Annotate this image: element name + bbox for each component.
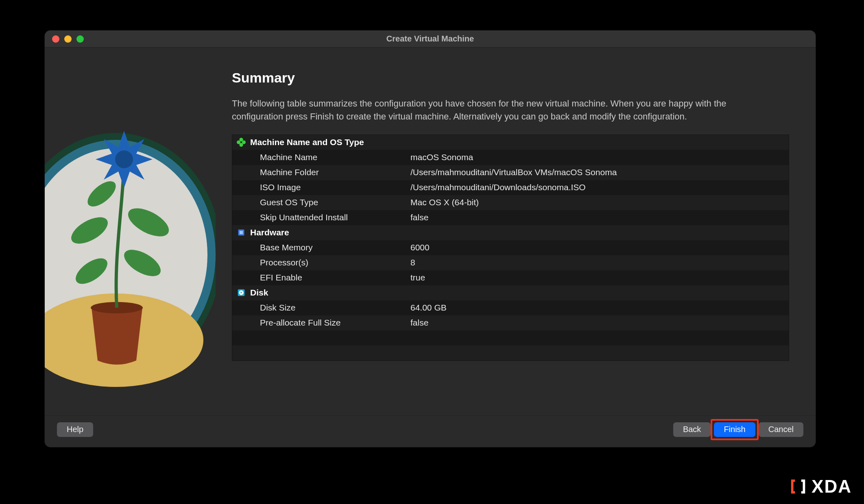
xda-watermark-text: XDA — [812, 476, 852, 497]
row-value: 8 — [410, 258, 789, 267]
xda-logo-icon — [789, 477, 807, 496]
row-label: EFI Enable — [250, 273, 410, 282]
table-row: Processor(s) 8 — [232, 255, 789, 270]
table-row: Machine Name macOS Sonoma — [232, 150, 789, 165]
section-disk: Disk — [232, 285, 789, 300]
row-label: Machine Folder — [250, 167, 410, 177]
window-title: Create Virtual Machine — [45, 34, 816, 43]
page-heading: Summary — [232, 70, 791, 86]
table-row: ISO Image /Users/mahmouditani/Downloads/… — [232, 180, 789, 195]
help-button[interactable]: Help — [57, 422, 93, 437]
close-icon[interactable] — [52, 35, 59, 43]
row-label: Base Memory — [250, 243, 410, 252]
minimize-icon[interactable] — [64, 35, 72, 43]
table-row: Disk Size 64.00 GB — [232, 300, 789, 315]
row-value: /Users/mahmouditani/Downloads/sonoma.ISO — [410, 182, 789, 192]
window-controls — [45, 35, 84, 43]
svg-point-15 — [242, 141, 246, 144]
row-value: true — [410, 273, 789, 282]
row-value: false — [410, 213, 789, 222]
table-row: Machine Folder /Users/mahmouditani/Virtu… — [232, 165, 789, 180]
disk-icon — [232, 289, 250, 297]
svg-point-11 — [115, 150, 133, 168]
row-label: Skip Unattended Install — [250, 213, 410, 222]
row-value: Mac OS X (64-bit) — [410, 198, 789, 207]
row-value: false — [410, 318, 789, 328]
row-value: macOS Sonoma — [410, 152, 789, 162]
summary-table: Machine Name and OS Type Machine Name ma… — [232, 135, 789, 361]
content-area: Summary The following table summarizes t… — [216, 48, 816, 415]
cancel-button[interactable]: Cancel — [759, 422, 803, 437]
row-value: 64.00 GB — [410, 303, 789, 313]
xda-watermark: XDA — [789, 476, 852, 497]
svg-rect-17 — [240, 231, 243, 234]
table-row: Base Memory 6000 — [232, 240, 789, 255]
row-label: Pre-allocate Full Size — [250, 318, 410, 328]
svg-point-20 — [240, 292, 242, 293]
section-machine: Machine Name and OS Type — [232, 135, 789, 150]
maximize-icon[interactable] — [76, 35, 84, 43]
sidebar-illustration — [45, 48, 216, 415]
table-row: Skip Unattended Install false — [232, 210, 789, 225]
dialog-footer: Help Back Finish Cancel — [45, 415, 816, 447]
table-row-empty — [232, 345, 789, 361]
page-description: The following table summarizes the confi… — [232, 97, 740, 123]
row-label: Processor(s) — [250, 258, 410, 267]
row-label: Machine Name — [250, 152, 410, 162]
dialog-window: Create Virtual Machine — [45, 30, 816, 447]
row-value: /Users/mahmouditani/VirtualBox VMs/macOS… — [410, 167, 789, 177]
section-label: Hardware — [250, 228, 401, 237]
finish-button[interactable]: Finish — [714, 422, 755, 437]
back-button[interactable]: Back — [673, 422, 711, 437]
row-value: 6000 — [410, 243, 789, 252]
table-row: Pre-allocate Full Size false — [232, 315, 789, 330]
row-label: Disk Size — [250, 303, 410, 313]
chip-icon — [232, 228, 250, 237]
row-label: ISO Image — [250, 182, 410, 192]
finish-highlight: Finish — [711, 419, 758, 440]
plant-illustration-icon — [45, 80, 216, 415]
section-hardware: Hardware — [232, 225, 789, 240]
table-row: EFI Enable true — [232, 270, 789, 285]
titlebar: Create Virtual Machine — [45, 30, 816, 48]
section-label: Machine Name and OS Type — [250, 137, 401, 147]
clover-icon — [232, 138, 250, 147]
row-label: Guest OS Type — [250, 198, 410, 207]
table-row-empty — [232, 330, 789, 345]
table-row: Guest OS Type Mac OS X (64-bit) — [232, 195, 789, 210]
section-label: Disk — [250, 288, 401, 298]
svg-point-14 — [237, 141, 240, 144]
dialog-body: Summary The following table summarizes t… — [45, 48, 816, 415]
